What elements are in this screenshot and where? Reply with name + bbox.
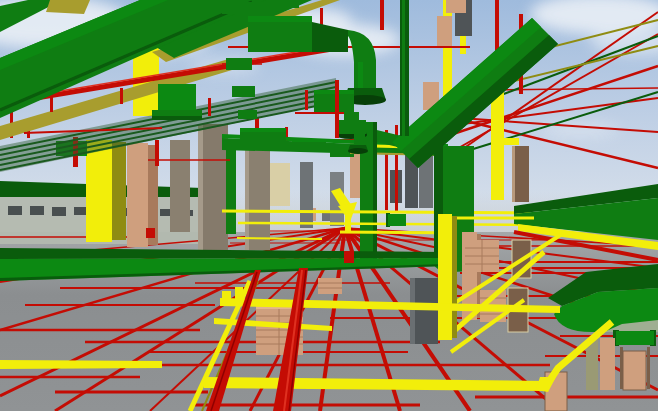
wall-panel[interactable] xyxy=(270,163,290,206)
red-valve-box[interactable] xyxy=(344,251,354,263)
duct-tap-box[interactable] xyxy=(152,84,202,120)
wall-panel[interactable] xyxy=(170,140,190,232)
conduit-riser[interactable] xyxy=(438,214,452,340)
structural-column[interactable] xyxy=(127,143,148,247)
model-viewport[interactable] xyxy=(0,0,658,411)
wall-panel[interactable] xyxy=(300,162,313,228)
hatched-equipment-box[interactable] xyxy=(465,240,499,272)
equipment-green-small[interactable] xyxy=(386,213,406,227)
hatched-equipment-box[interactable] xyxy=(318,278,342,294)
structural-column[interactable] xyxy=(86,140,112,242)
red-valve-box[interactable] xyxy=(146,228,155,238)
